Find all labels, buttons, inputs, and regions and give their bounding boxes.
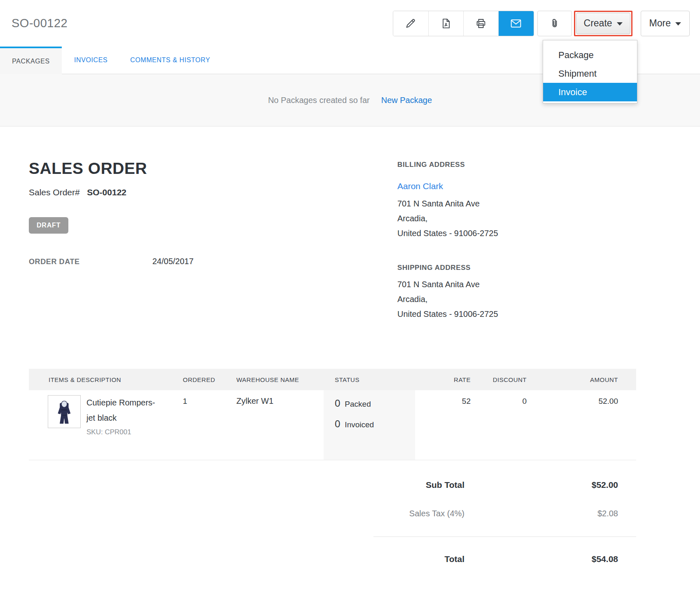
menu-item-package[interactable]: Package (543, 46, 637, 64)
item-name-line1: Cutiepie Rompers- (86, 395, 155, 410)
sales-order-document: SALES ORDER Sales Order# SO-00122 DRAFT … (0, 126, 700, 321)
status-cell: 0 Packed 0 Invoiced (324, 390, 415, 460)
tab-comments-history[interactable]: COMMENTS & HISTORY (130, 47, 210, 74)
warehouse-cell: Zylker W1 (223, 390, 324, 460)
tab-invoices[interactable]: INVOICES (74, 47, 107, 74)
print-button[interactable] (463, 11, 498, 36)
col-header-status: STATUS (324, 376, 415, 383)
more-button[interactable]: More (641, 11, 690, 36)
chevron-down-icon (617, 22, 623, 26)
export-pdf-button[interactable] (428, 11, 463, 36)
create-button-label: Create (584, 18, 612, 29)
total-row: Total $54.08 (29, 554, 636, 564)
paperclip-icon (548, 17, 561, 30)
status-badge: DRAFT (29, 217, 68, 234)
item-sku: SKU: CPR001 (86, 428, 155, 436)
shipping-address-block: SHIPPING ADDRESS 701 N Santa Anita Ave A… (397, 264, 636, 321)
order-summary-column: SALES ORDER Sales Order# SO-00122 DRAFT … (29, 126, 397, 321)
rate-cell: 52 (415, 390, 475, 460)
customer-name-link[interactable]: Aaron Clark (397, 181, 443, 191)
billing-address-line: Arcadia, (397, 211, 636, 226)
col-header-items: ITEMS & DESCRIPTION (29, 376, 163, 383)
toolbar-button-group (393, 11, 534, 36)
totals-divider (373, 536, 636, 537)
addresses-column: BILLING ADDRESS Aaron Clark 701 N Santa … (397, 126, 636, 321)
sales-order-number-label: Sales Order# (29, 187, 80, 197)
items-table-header: ITEMS & DESCRIPTION ORDERED WAREHOUSE NA… (29, 369, 636, 390)
items-table: ITEMS & DESCRIPTION ORDERED WAREHOUSE NA… (29, 369, 636, 460)
new-package-link[interactable]: New Package (381, 96, 432, 105)
col-header-amount: AMOUNT (531, 376, 636, 383)
order-date-value: 24/05/2017 (152, 257, 194, 266)
romper-product-image (50, 397, 79, 426)
page-title: SO-00122 (12, 16, 68, 30)
pencil-icon (404, 17, 417, 30)
invoiced-status: 0 Invoiced (335, 418, 415, 430)
amount-cell: 52.00 (531, 390, 636, 460)
col-header-discount: DISCOUNT (475, 376, 531, 383)
total-value: $54.08 (464, 554, 636, 564)
pdf-file-icon (440, 17, 452, 30)
shipping-address-line: United States - 91006-2725 (397, 307, 636, 321)
table-row: Cutiepie Rompers- jet black SKU: CPR001 … (29, 390, 636, 460)
col-header-warehouse: WAREHOUSE NAME (223, 376, 324, 383)
item-cell: Cutiepie Rompers- jet black SKU: CPR001 (29, 390, 163, 460)
sub-total-value: $52.00 (464, 480, 636, 490)
col-header-rate: RATE (415, 376, 475, 383)
billing-address-heading: BILLING ADDRESS (397, 161, 636, 169)
chevron-down-icon (675, 22, 681, 26)
sales-tax-label: Sales Tax (4%) (29, 509, 464, 518)
item-name-line2: jet black (86, 410, 155, 426)
shipping-address-lines: 701 N Santa Anita Ave Arcadia, United St… (397, 277, 636, 321)
ordered-cell: 1 (163, 390, 223, 460)
shipping-address-heading: SHIPPING ADDRESS (397, 264, 636, 272)
totals-section: Sub Total $52.00 Sales Tax (4%) $2.08 To… (29, 480, 636, 605)
billing-address-lines: 701 N Santa Anita Ave Arcadia, United St… (397, 196, 636, 241)
attachment-button[interactable] (537, 11, 572, 36)
sales-order-number-line: Sales Order# SO-00122 (29, 187, 397, 197)
sub-total-label: Sub Total (29, 480, 464, 490)
invoiced-count: 0 (335, 418, 340, 430)
packages-empty-message: No Packages created so far (268, 96, 370, 105)
billing-address-line: 701 N Santa Anita Ave (397, 196, 636, 211)
sales-tax-row: Sales Tax (4%) $2.08 (29, 509, 636, 518)
email-button[interactable] (498, 11, 534, 36)
item-description: Cutiepie Rompers- jet black SKU: CPR001 (86, 395, 155, 460)
sub-total-row: Sub Total $52.00 (29, 480, 636, 490)
packed-count: 0 (335, 398, 340, 409)
shipping-address-line: Arcadia, (397, 292, 636, 307)
billing-address-block: BILLING ADDRESS Aaron Clark 701 N Santa … (397, 161, 636, 241)
create-button[interactable]: Create (576, 13, 630, 34)
toolbar: Create More (393, 11, 690, 36)
create-button-highlight: Create (574, 11, 632, 36)
document-title: SALES ORDER (29, 159, 397, 178)
product-image (48, 395, 81, 428)
menu-item-invoice[interactable]: Invoice (543, 83, 637, 101)
create-menu: Package Shipment Invoice (543, 40, 637, 103)
edit-button[interactable] (393, 11, 428, 36)
billing-address-line: United States - 91006-2725 (397, 226, 636, 241)
shipping-address-line: 701 N Santa Anita Ave (397, 277, 636, 292)
menu-item-shipment[interactable]: Shipment (543, 64, 637, 83)
printer-icon (475, 17, 487, 30)
order-date-label: ORDER DATE (29, 258, 152, 266)
discount-cell: 0 (475, 390, 531, 460)
order-date-row: ORDER DATE 24/05/2017 (29, 257, 397, 266)
envelope-icon (509, 17, 523, 30)
more-button-label: More (649, 18, 671, 29)
invoiced-label: Invoiced (345, 420, 374, 429)
packed-status: 0 Packed (335, 398, 415, 409)
total-label: Total (29, 554, 464, 564)
sales-order-number: SO-00122 (87, 187, 126, 197)
packed-label: Packed (345, 400, 371, 409)
col-header-ordered: ORDERED (163, 376, 223, 383)
sales-tax-value: $2.08 (464, 509, 636, 518)
tab-packages[interactable]: PACKAGES (0, 47, 62, 74)
